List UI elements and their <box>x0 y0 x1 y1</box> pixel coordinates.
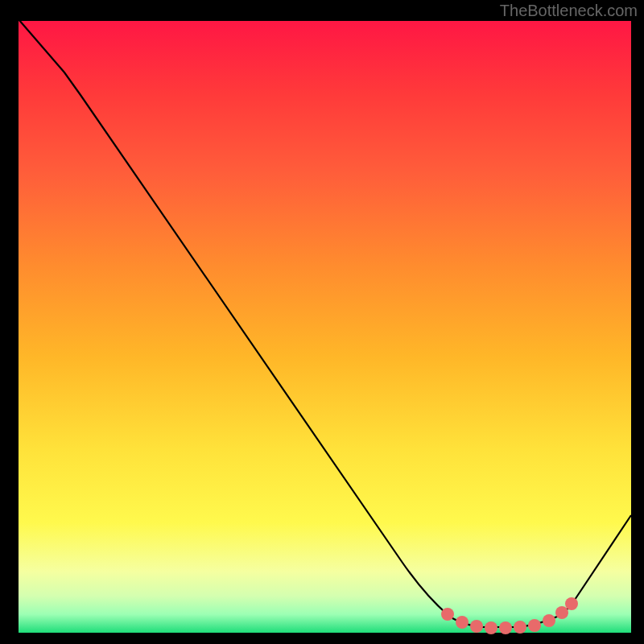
svg-point-8 <box>555 606 568 619</box>
svg-point-1 <box>456 616 469 629</box>
svg-point-6 <box>528 619 541 632</box>
svg-point-2 <box>470 620 483 633</box>
svg-point-7 <box>543 614 555 627</box>
svg-point-4 <box>499 621 512 634</box>
svg-point-3 <box>485 621 497 634</box>
chart-background-gradient <box>19 21 631 633</box>
svg-point-5 <box>514 621 526 634</box>
svg-point-0 <box>441 608 454 621</box>
svg-point-9 <box>565 597 578 610</box>
chart-container: TheBottleneck.com <box>0 0 644 644</box>
watermark-text: TheBottleneck.com <box>500 2 638 20</box>
chart-svg <box>0 0 644 644</box>
